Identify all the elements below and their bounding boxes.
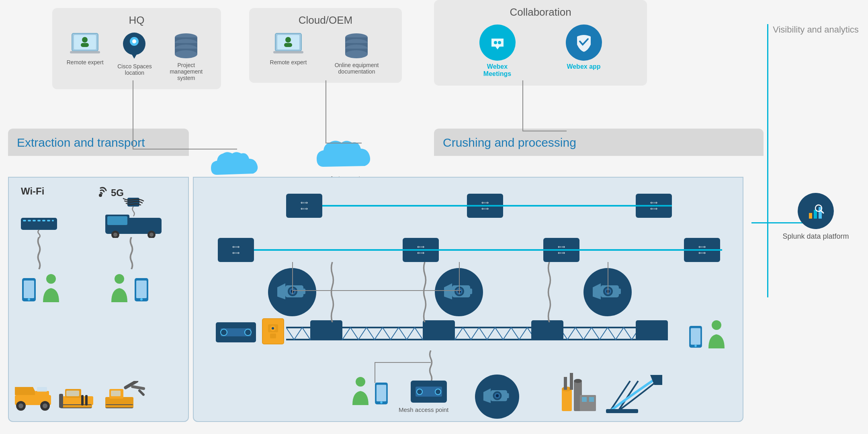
svg-point-55	[46, 274, 56, 284]
svg-point-107	[272, 327, 274, 330]
person-icon-5g	[109, 274, 129, 302]
webex-app: Webex app	[566, 25, 602, 70]
internet-cloud-icon	[313, 133, 378, 177]
hq-items: Remote expert Cisco Spaceslocation	[60, 33, 213, 81]
svg-rect-122	[377, 385, 386, 401]
svg-point-49	[113, 233, 117, 237]
svg-point-7	[132, 39, 136, 43]
person-mesh-line-h	[375, 362, 431, 363]
svg-point-26	[345, 50, 368, 58]
conveyor-left-switch	[216, 322, 256, 342]
splunk-label: Splunk data platform	[776, 232, 856, 241]
svg-rect-63	[37, 387, 47, 392]
wifi-router	[19, 206, 59, 240]
webex-app-label: Webex app	[567, 63, 600, 70]
cloud-database-icon	[344, 33, 370, 59]
person-icon-wifi	[41, 274, 61, 302]
svg-rect-78	[105, 405, 133, 407]
switch-mid-left: ⇐⇒⇐⇒	[218, 238, 254, 262]
svg-point-59	[140, 298, 143, 301]
visibility-vertical-line	[767, 24, 768, 297]
location-icon	[121, 33, 147, 61]
svg-rect-30	[809, 213, 812, 219]
phone-bottom-icon	[374, 383, 389, 405]
camera-bottom-icon	[483, 387, 511, 407]
svg-line-137	[610, 381, 630, 411]
svg-point-103	[221, 329, 227, 336]
svg-rect-140	[606, 409, 638, 413]
camera-bottom	[475, 375, 519, 419]
excavator-icon	[101, 381, 145, 411]
conv-cable-2	[545, 262, 553, 324]
svg-point-112	[417, 389, 422, 395]
wifi-router-icon	[19, 206, 59, 238]
svg-point-126	[694, 345, 697, 347]
svg-rect-53	[24, 280, 34, 298]
phone-icon-5g	[133, 278, 149, 302]
svg-point-51	[149, 233, 154, 237]
cam-center-line	[459, 262, 460, 294]
webex-app-icon	[566, 25, 602, 61]
hq-project-mgmt: Project managementsystem	[162, 33, 210, 81]
collab-to-right-h	[522, 131, 567, 131]
cloud-oem-to-internet-h	[326, 143, 362, 143]
hq-cisco-spaces-label: Cisco Spaceslocation	[113, 63, 157, 76]
svg-rect-72	[60, 405, 92, 407]
extraction-header: Extraction and transport	[8, 129, 189, 156]
svg-point-67	[43, 403, 47, 408]
5g-user-group	[109, 274, 149, 302]
conv-cable-3	[328, 262, 336, 324]
svg-rect-39	[33, 220, 36, 221]
svg-rect-75	[59, 394, 63, 408]
svg-rect-43	[52, 220, 54, 221]
wifi-label: Wi-Fi	[21, 186, 44, 197]
svg-rect-73	[81, 395, 84, 405]
svg-point-127	[712, 320, 721, 330]
conveyor-belt	[286, 326, 668, 342]
svg-rect-108	[270, 334, 276, 338]
svg-rect-40	[37, 220, 41, 221]
svg-point-35	[99, 194, 102, 197]
hq-cisco-spaces: Cisco Spaceslocation	[113, 33, 157, 76]
svg-rect-2	[70, 51, 100, 53]
person-mesh-line-v	[375, 363, 375, 383]
cam-left-line	[292, 262, 293, 294]
industrial-facilities	[558, 365, 662, 413]
cloud-oem-items: Remote expert Online equipmentdocumentat…	[257, 33, 394, 75]
mesh-switch	[411, 381, 447, 403]
svg-point-18	[285, 37, 291, 43]
wifi-user-group	[21, 274, 61, 302]
yellow-device-icon	[266, 322, 280, 340]
hq-section: HQ Remote expert Cisco Spaceslocation	[52, 8, 221, 89]
svg-rect-4	[81, 43, 89, 47]
svg-point-56	[115, 274, 124, 284]
wifi-cable-icon	[35, 237, 43, 269]
svg-marker-100	[593, 283, 601, 299]
hq-to-sdwan-v	[133, 80, 133, 149]
hq-title: HQ	[60, 14, 213, 27]
svg-rect-128	[562, 389, 572, 411]
svg-marker-61	[15, 387, 37, 395]
svg-point-14	[175, 50, 197, 58]
cloud-remote-expert-label: Remote expert	[266, 59, 311, 66]
visibility-section: Visibility and analytics	[772, 24, 860, 36]
5g-vehicle	[97, 198, 170, 240]
svg-point-120	[356, 377, 365, 387]
person-right-icon	[706, 320, 727, 348]
svg-rect-37	[23, 220, 26, 221]
switch-top-left-arrows: ⇐⇒⇐⇒	[301, 200, 308, 212]
svg-rect-101	[615, 289, 621, 294]
svg-rect-58	[136, 280, 147, 298]
webex-meetings-icon	[479, 25, 516, 61]
svg-rect-89	[299, 289, 305, 294]
crushing-title: Crushing and processing	[443, 136, 755, 149]
dump-truck-icon	[13, 383, 53, 411]
svg-rect-70	[66, 391, 79, 396]
svg-point-3	[82, 37, 88, 43]
laptop-icon	[70, 33, 100, 56]
yellow-device	[262, 318, 284, 344]
collab-to-right-v	[522, 80, 523, 131]
cloud-oem-to-internet-v	[326, 80, 326, 143]
person-bottom-icon	[350, 377, 371, 405]
top-horizontal-line	[322, 205, 672, 207]
